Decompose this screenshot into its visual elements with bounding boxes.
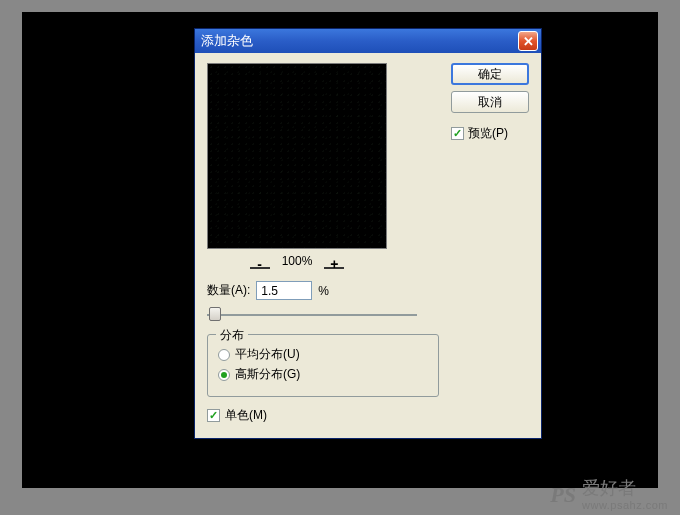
watermark-cn: 爱好者 — [582, 479, 636, 499]
zoom-controls: - 100% + — [207, 253, 387, 269]
dialog-left-column: - 100% + 数量(A): % 分布 平均分布(U) — [207, 63, 439, 424]
preview-checkbox-row[interactable]: 预览(P) — [451, 125, 529, 142]
uniform-radio[interactable] — [218, 349, 230, 361]
plus-icon: + — [330, 259, 338, 269]
amount-slider[interactable] — [207, 306, 417, 324]
watermark: PS 爱好者 www.psahz.com — [550, 479, 668, 511]
uniform-radio-row[interactable]: 平均分布(U) — [218, 346, 428, 363]
distribution-legend: 分布 — [216, 327, 248, 344]
ok-button[interactable]: 确定 — [451, 63, 529, 85]
dialog-title: 添加杂色 — [201, 32, 253, 50]
dialog-body: - 100% + 数量(A): % 分布 平均分布(U) — [195, 53, 541, 438]
preview-checkbox[interactable] — [451, 127, 464, 140]
distribution-fieldset: 分布 平均分布(U) 高斯分布(G) — [207, 334, 439, 397]
dialog-titlebar[interactable]: 添加杂色 ✕ — [195, 29, 541, 53]
amount-unit: % — [318, 284, 329, 298]
slider-line — [207, 314, 417, 316]
gaussian-radio[interactable] — [218, 369, 230, 381]
zoom-out-button[interactable]: - — [250, 253, 270, 269]
gaussian-radio-row[interactable]: 高斯分布(G) — [218, 366, 428, 383]
monochromatic-label: 单色(M) — [225, 407, 267, 424]
watermark-url: www.psahz.com — [582, 499, 668, 511]
close-button[interactable]: ✕ — [518, 31, 538, 51]
zoom-in-button[interactable]: + — [324, 253, 344, 269]
monochromatic-checkbox[interactable] — [207, 409, 220, 422]
add-noise-dialog: 添加杂色 ✕ - 100% + 数量(A): % 分布 — [194, 28, 542, 439]
cancel-button[interactable]: 取消 — [451, 91, 529, 113]
watermark-right: 爱好者 www.psahz.com — [582, 479, 668, 511]
gaussian-label: 高斯分布(G) — [235, 366, 300, 383]
uniform-label: 平均分布(U) — [235, 346, 300, 363]
amount-label: 数量(A): — [207, 282, 250, 299]
watermark-ps: PS — [550, 482, 576, 508]
close-icon: ✕ — [523, 34, 534, 49]
slider-thumb[interactable] — [209, 307, 221, 321]
dialog-right-column: 确定 取消 预览(P) — [451, 63, 529, 424]
minus-icon: - — [257, 259, 262, 269]
monochromatic-row[interactable]: 单色(M) — [207, 407, 439, 424]
amount-input[interactable] — [256, 281, 312, 300]
noise-preview[interactable] — [207, 63, 387, 249]
zoom-percent: 100% — [282, 254, 313, 268]
amount-row: 数量(A): % — [207, 281, 439, 300]
preview-label: 预览(P) — [468, 125, 508, 142]
